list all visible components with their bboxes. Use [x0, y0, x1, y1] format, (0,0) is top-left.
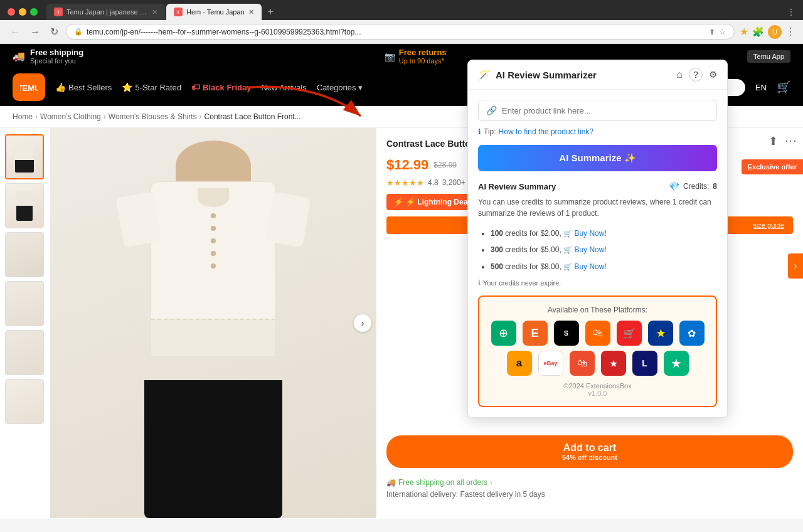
- temu-app-btn[interactable]: Temu App: [747, 50, 790, 63]
- nav-item-five-star[interactable]: ⭐ 5-Star Rated: [122, 82, 181, 92]
- breadcrumb-blouses[interactable]: Women's Blouses & Shirts: [109, 112, 197, 121]
- platform-walmart[interactable]: ✿: [679, 321, 705, 346]
- next-product-arrow[interactable]: ›: [788, 253, 803, 279]
- thumb-3[interactable]: [5, 232, 44, 277]
- cart-icon-2: 🛒: [563, 246, 572, 253]
- buy-now-3[interactable]: Buy Now!: [574, 262, 606, 271]
- link-input-row: 🔗: [478, 100, 717, 121]
- info-icon-small: ℹ: [478, 279, 481, 287]
- forward-btn[interactable]: →: [28, 25, 43, 39]
- nav-item-best-sellers[interactable]: 👍 Best Sellers: [55, 82, 112, 92]
- rating-value: 4.8: [428, 178, 439, 187]
- free-ship-note: 🚚 Free shipping on all orders ›: [386, 478, 793, 487]
- platform-lazada[interactable]: L: [632, 351, 657, 376]
- nav-item-categories[interactable]: Categories ▾: [317, 83, 363, 92]
- lang-text[interactable]: EN: [755, 83, 767, 92]
- truck-icon: 🚚: [13, 50, 25, 62]
- price-original: $28.99: [433, 161, 457, 169]
- minimize-btn[interactable]: [19, 8, 26, 16]
- breadcrumb-sep-3: ›: [199, 112, 202, 121]
- platform-yelp[interactable]: ★: [601, 351, 626, 376]
- platform-aliexpress[interactable]: 🛒: [617, 321, 642, 346]
- new-tab-btn[interactable]: +: [263, 4, 279, 20]
- credits-count: 8: [713, 182, 717, 191]
- info-circle-icon: ℹ: [478, 127, 481, 136]
- free-shipping-text: Free shipping: [30, 48, 83, 57]
- lightning-deal-banner: ⚡ ⚡ Lightning Deal: [386, 194, 477, 210]
- thumb-4[interactable]: [5, 281, 44, 326]
- nav-item-black-friday[interactable]: 🏷 Black Friday: [191, 82, 251, 92]
- temu-logo[interactable]: TEMU: [13, 73, 45, 101]
- thumb-6[interactable]: [5, 379, 44, 424]
- platform-bestbuy[interactable]: ★: [648, 321, 673, 346]
- lock-icon: 🔒: [74, 28, 83, 36]
- toolbar-right-icons: ★ 🧩 U ⋮: [740, 25, 795, 39]
- platform-tripadvisor[interactable]: ⊕: [491, 321, 516, 346]
- reload-btn[interactable]: ↻: [48, 24, 61, 39]
- platform-shein[interactable]: S: [554, 321, 579, 346]
- more-options-btn[interactable]: ⋮: [787, 7, 795, 17]
- platform-amazon[interactable]: a: [507, 351, 532, 376]
- address-bar[interactable]: 🔒 temu.com/jp-en/-------hem--for--summer…: [66, 24, 735, 40]
- footer-copyright: ©2024 ExtensionsBox: [488, 382, 707, 390]
- truck-icon-small: 🚚: [386, 478, 396, 487]
- ai-popup-header: 🪄 AI Review Summarizer ⌂ ? ⚙: [468, 60, 727, 90]
- svg-text:TEMU: TEMU: [20, 83, 38, 93]
- back-btn[interactable]: ←: [8, 25, 23, 39]
- size-guide-link[interactable]: size guide: [753, 221, 784, 229]
- add-to-cart-label: Add to cart: [563, 442, 616, 454]
- buy-now-1[interactable]: Buy Now!: [574, 229, 606, 238]
- extensions-btn[interactable]: 🧩: [752, 26, 764, 38]
- address-text[interactable]: temu.com/jp-en/-------hem--for--summer-w…: [87, 28, 705, 36]
- platform-trustpilot[interactable]: ★: [664, 351, 689, 376]
- tab-1[interactable]: T Temu Japan | japanese colle... ✕: [46, 4, 165, 20]
- browser-menu-btn[interactable]: ⋮: [785, 26, 795, 38]
- ai-settings-btn[interactable]: ⚙: [709, 69, 717, 80]
- share-icon[interactable]: ⬆: [709, 28, 715, 36]
- free-returns: 📷 Free returns Up to 90 days*: [385, 48, 447, 65]
- tab-2-label: Hem - Temu Japan: [186, 8, 245, 16]
- extension-star-btn[interactable]: ★: [740, 26, 748, 38]
- platform-shopee[interactable]: 🛍: [570, 351, 595, 376]
- buy-now-2[interactable]: Buy Now!: [574, 245, 606, 254]
- add-to-cart-btn[interactable]: Add to cart 54% off discount: [386, 435, 793, 468]
- thumb-5[interactable]: [5, 330, 44, 375]
- platform-ebay[interactable]: eBay: [538, 351, 563, 376]
- browser-window: T Temu Japan | japanese colle... ✕ T Hem…: [0, 0, 803, 44]
- tab-2[interactable]: T Hem - Temu Japan ✕: [166, 4, 262, 20]
- breadcrumb-womens-clothing[interactable]: Women's Clothing: [40, 112, 101, 121]
- ai-home-btn[interactable]: ⌂: [676, 69, 683, 80]
- close-btn[interactable]: [8, 8, 15, 16]
- lightning-text: ⚡ Lightning Deal: [406, 198, 470, 206]
- product-link-input[interactable]: [502, 106, 709, 115]
- platform-temu[interactable]: 🛍: [585, 321, 610, 346]
- more-btn[interactable]: ⋮: [784, 136, 798, 147]
- thumb-2[interactable]: [5, 183, 44, 228]
- platform-etsy[interactable]: E: [523, 321, 548, 346]
- nav-item-new-arrivals[interactable]: New Arrivals: [261, 83, 306, 92]
- tip-row: ℹ Tip: How to find the product link?: [478, 127, 717, 136]
- free-returns-sub: Up to 90 days*: [399, 57, 447, 65]
- maximize-btn[interactable]: [30, 8, 38, 16]
- cart-icon[interactable]: 🛒: [777, 80, 790, 94]
- user-avatar[interactable]: U: [768, 25, 782, 39]
- link-chain-icon: 🔗: [486, 105, 497, 115]
- share-btn[interactable]: ⬆: [768, 134, 778, 148]
- ai-summary-section: AI Review Summary 💎 Credits: 8 You can u…: [478, 181, 717, 287]
- ai-popup: 🪄 AI Review Summarizer ⌂ ? ⚙ 🔗 ℹ Tip: Ho…: [467, 60, 728, 418]
- exclusive-offer-badge[interactable]: Exclusive offer: [742, 159, 803, 174]
- tab-1-close[interactable]: ✕: [152, 8, 157, 16]
- ai-help-btn[interactable]: ?: [689, 68, 703, 82]
- breadcrumb-sep-2: ›: [104, 112, 106, 121]
- tab-2-close[interactable]: ✕: [248, 8, 254, 16]
- ai-summarize-btn[interactable]: AI Summarize ✨: [478, 145, 717, 171]
- bookmark-icon[interactable]: ☆: [719, 27, 726, 36]
- main-product-image: ›: [50, 128, 376, 518]
- breadcrumb-home[interactable]: Home: [13, 112, 33, 121]
- credits-option-3: 500 credits for $8.00, 🛒 Buy Now!: [491, 258, 717, 275]
- breadcrumb-current: Contrast Lace Button Front...: [205, 112, 301, 121]
- thumb-1[interactable]: [5, 134, 44, 179]
- how-to-find-link[interactable]: How to find the product link?: [499, 127, 593, 136]
- summary-description: You can use credits to summarize product…: [478, 196, 717, 219]
- image-nav-right[interactable]: ›: [354, 314, 371, 332]
